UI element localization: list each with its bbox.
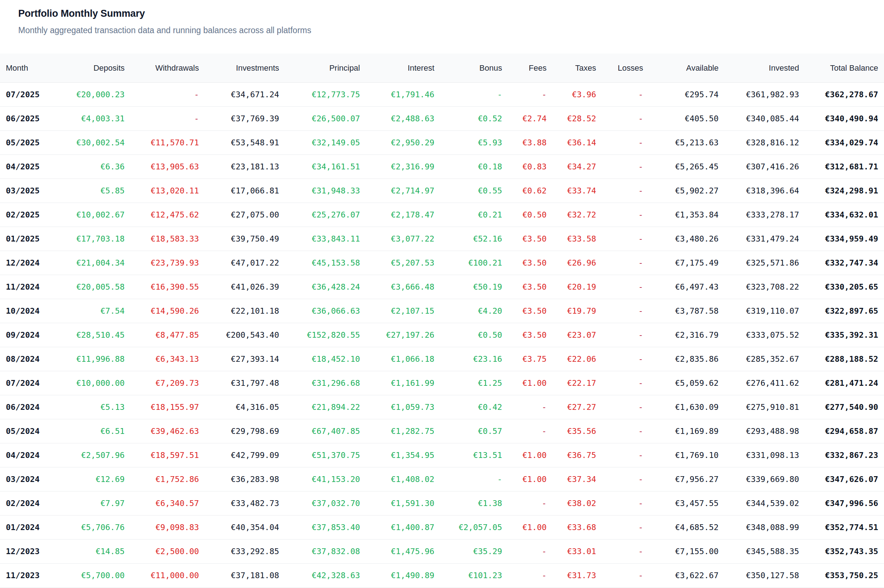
cell-total: €347,626.07 — [805, 467, 884, 492]
cell-losses: - — [602, 467, 649, 492]
cell-interest: €2,316.99 — [366, 155, 440, 179]
cell-investments: €37,769.39 — [205, 107, 285, 131]
cell-losses: - — [602, 107, 649, 131]
table-row: 06/2025€4,003.31-€37,769.39€26,500.07€2,… — [0, 107, 884, 131]
cell-invested: €340,085.44 — [724, 107, 805, 131]
cell-taxes: €38.02 — [552, 492, 602, 516]
cell-total: €277,540.90 — [805, 395, 884, 419]
cell-taxes: €3.96 — [552, 83, 602, 107]
cell-deposits: €5,706.76 — [58, 516, 131, 540]
cell-bonus: - — [440, 83, 508, 107]
cell-fees: - — [508, 540, 552, 564]
cell-interest: €1,354.95 — [366, 443, 440, 467]
cell-bonus: €23.16 — [440, 347, 508, 371]
cell-interest: €27,197.26 — [366, 323, 440, 347]
table-row: 03/2025€5.85€13,020.11€17,066.81€31,948.… — [0, 179, 884, 203]
cell-fees: €3.50 — [508, 275, 552, 299]
cell-available: €405.50 — [649, 107, 724, 131]
column-header-investments: Investments — [205, 54, 285, 83]
cell-bonus: €5.93 — [440, 131, 508, 155]
cell-available: €1,353.84 — [649, 203, 724, 227]
cell-total: €334,959.49 — [805, 227, 884, 251]
cell-total: €362,278.67 — [805, 83, 884, 107]
cell-interest: €3,666.48 — [366, 275, 440, 299]
cell-principal: €42,328.63 — [285, 564, 366, 588]
cell-fees: €3.50 — [508, 323, 552, 347]
cell-investments: €33,292.85 — [205, 540, 285, 564]
cell-month: 06/2024 — [0, 395, 58, 419]
cell-invested: €333,278.17 — [724, 203, 805, 227]
cell-taxes: €34.27 — [552, 155, 602, 179]
cell-fees: €1.00 — [508, 467, 552, 492]
cell-total: €281,471.24 — [805, 371, 884, 395]
cell-fees: €3.75 — [508, 347, 552, 371]
cell-losses: - — [602, 155, 649, 179]
cell-withdrawals: €11,570.71 — [131, 131, 205, 155]
cell-available: €5,902.27 — [649, 179, 724, 203]
cell-bonus: €101.23 — [440, 564, 508, 588]
cell-total: €330,205.65 — [805, 275, 884, 299]
cell-month: 07/2024 — [0, 371, 58, 395]
cell-deposits: €28,510.45 — [58, 323, 131, 347]
cell-principal: €37,853.40 — [285, 516, 366, 540]
cell-fees: €1.00 — [508, 371, 552, 395]
cell-investments: €39,750.49 — [205, 227, 285, 251]
cell-available: €3,787.58 — [649, 299, 724, 323]
cell-taxes: €36.75 — [552, 443, 602, 467]
cell-invested: €319,110.07 — [724, 299, 805, 323]
page-subtitle: Monthly aggregated transaction data and … — [18, 25, 866, 36]
cell-losses: - — [602, 299, 649, 323]
cell-deposits: €7.54 — [58, 299, 131, 323]
cell-withdrawals: €39,462.63 — [131, 419, 205, 443]
cell-bonus: €0.52 — [440, 107, 508, 131]
cell-principal: €152,820.55 — [285, 323, 366, 347]
cell-withdrawals: €18,583.33 — [131, 227, 205, 251]
cell-month: 08/2024 — [0, 347, 58, 371]
cell-available: €1,769.10 — [649, 443, 724, 467]
cell-available: €5,265.45 — [649, 155, 724, 179]
cell-total: €347,996.56 — [805, 492, 884, 516]
cell-investments: €33,482.73 — [205, 492, 285, 516]
cell-available: €6,497.43 — [649, 275, 724, 299]
cell-bonus: €52.16 — [440, 227, 508, 251]
table-row: 02/2025€10,002.67€12,475.62€27,075.00€25… — [0, 203, 884, 227]
cell-investments: €17,066.81 — [205, 179, 285, 203]
cell-bonus: €100.21 — [440, 251, 508, 275]
cell-losses: - — [602, 347, 649, 371]
cell-available: €7,155.00 — [649, 540, 724, 564]
cell-taxes: €31.73 — [552, 564, 602, 588]
table-row: 11/2024€20,005.58€16,390.55€41,026.39€36… — [0, 275, 884, 299]
cell-taxes: €32.72 — [552, 203, 602, 227]
cell-month: 02/2025 — [0, 203, 58, 227]
cell-fees: €0.83 — [508, 155, 552, 179]
cell-month: 05/2025 — [0, 131, 58, 155]
table-row: 12/2023€14.85€2,500.00€33,292.85€37,832.… — [0, 540, 884, 564]
cell-principal: €25,276.07 — [285, 203, 366, 227]
cell-available: €1,169.89 — [649, 419, 724, 443]
cell-principal: €45,153.58 — [285, 251, 366, 275]
cell-total: €334,632.01 — [805, 203, 884, 227]
cell-total: €352,774.51 — [805, 516, 884, 540]
cell-available: €2,835.86 — [649, 347, 724, 371]
cell-losses: - — [602, 203, 649, 227]
cell-taxes: €35.56 — [552, 419, 602, 443]
cell-losses: - — [602, 492, 649, 516]
cell-principal: €33,843.11 — [285, 227, 366, 251]
table-header: MonthDepositsWithdrawalsInvestmentsPrinc… — [0, 54, 884, 83]
cell-available: €4,685.52 — [649, 516, 724, 540]
cell-principal: €21,894.22 — [285, 395, 366, 419]
table-row: 11/2023€5,700.00€11,000.00€37,181.08€42,… — [0, 564, 884, 588]
cell-deposits: €10,002.67 — [58, 203, 131, 227]
cell-withdrawals: €6,340.57 — [131, 492, 205, 516]
cell-invested: €344,539.02 — [724, 492, 805, 516]
cell-interest: €1,490.89 — [366, 564, 440, 588]
cell-invested: €307,416.26 — [724, 155, 805, 179]
cell-principal: €37,032.70 — [285, 492, 366, 516]
cell-invested: €333,075.52 — [724, 323, 805, 347]
cell-investments: €200,543.40 — [205, 323, 285, 347]
table-row: 04/2025€6.36€13,905.63€23,181.13€34,161.… — [0, 155, 884, 179]
table-row: 10/2024€7.54€14,590.26€22,101.18€36,066.… — [0, 299, 884, 323]
cell-fees: - — [508, 395, 552, 419]
cell-month: 04/2024 — [0, 443, 58, 467]
page-title: Portfolio Monthly Summary — [18, 7, 866, 20]
